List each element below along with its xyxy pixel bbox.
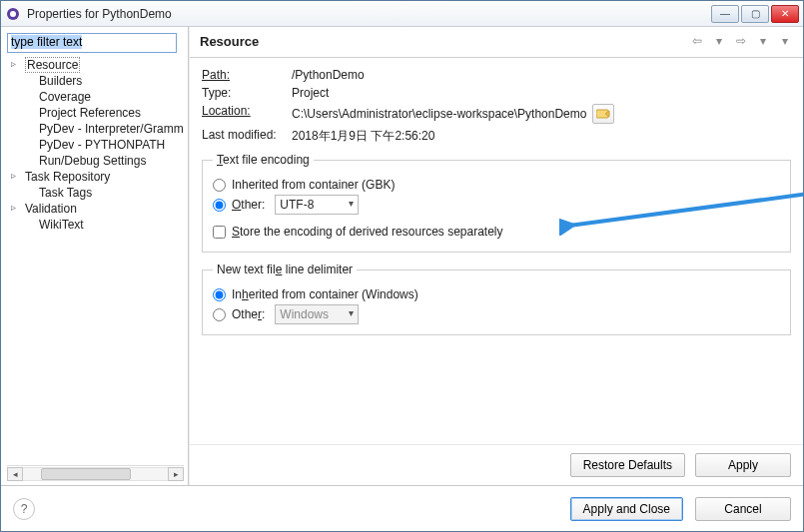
row-path: Path: /PythonDemo [202,68,791,82]
tree-item-builders[interactable]: Builders [7,73,184,89]
tree-item-run-debug[interactable]: Run/Debug Settings [7,153,184,169]
tree-item-task-repository[interactable]: Task Repository [7,169,184,185]
window-title: Properties for PythonDemo [27,7,172,21]
encoding-group: Text file encoding Inherited from contai… [202,153,791,253]
scroll-thumb[interactable] [41,468,131,480]
nav-tree: Resource Builders Coverage Project Refer… [7,57,184,465]
encoding-other-radio[interactable]: Other: [213,198,265,212]
encoding-inherited-label: Inherited from container (GBK) [232,178,395,192]
row-location: Location: C:\Users\Administrator\eclipse… [202,104,791,124]
tree-item-task-tags[interactable]: Task Tags [7,185,184,201]
delimiter-other-radio[interactable]: Other: [213,307,265,321]
tree-item-pydev-pythonpath[interactable]: PyDev - PYTHONPATH [7,137,184,153]
delimiter-inherited-input[interactable] [213,288,226,301]
filter-input[interactable]: type filter text [7,33,177,53]
tree-item-coverage[interactable]: Coverage [7,89,184,105]
tree-item-pydev-interpreter[interactable]: PyDev - Interpreter/Grammar [7,121,184,137]
tree-item-validation[interactable]: Validation [7,201,184,217]
maximize-button[interactable]: ▢ [741,5,769,23]
forward-menu-icon[interactable]: ▾ [755,33,771,49]
delimiter-other-label: Other: [232,307,265,321]
tree-item-wikitext[interactable]: WikiText [7,217,184,233]
cancel-button[interactable]: Cancel [695,497,791,521]
encoding-inherited-radio[interactable]: Inherited from container (GBK) [213,178,780,192]
sidebar: type filter text Resource Builders Cover… [1,27,189,485]
help-button[interactable]: ? [13,498,35,520]
row-type: Type: Project [202,86,791,100]
encoding-store-check[interactable]: Store the encoding of derived resources … [213,225,780,239]
tree-item-resource[interactable]: Resource [7,57,184,73]
modified-label: Last modified: [202,128,277,142]
content-buttons: Restore Defaults Apply [190,444,803,485]
header-toolbar: ⇦ ▾ ⇨ ▾ ▾ [689,33,793,49]
delimiter-inherited-label: Inherited from container (Windows) [232,287,418,301]
page-title: Resource [200,34,259,49]
scroll-right-icon[interactable]: ▸ [168,467,184,481]
encoding-store-input[interactable] [213,226,226,239]
delimiter-combo: Windows [275,304,359,324]
forward-icon[interactable]: ⇨ [733,33,749,49]
modified-value: 2018年1月9日 下午2:56:20 [292,128,434,145]
location-label: Location: [202,104,251,118]
encoding-combo[interactable]: UTF-8 [275,195,359,215]
restore-defaults-button[interactable]: Restore Defaults [570,453,685,477]
type-label: Type: [202,86,231,100]
app-icon [5,6,21,22]
encoding-legend: Text file encoding [213,153,314,167]
apply-and-close-button[interactable]: Apply and Close [570,497,683,521]
delimiter-legend: New text file line delimiter [213,263,357,276]
sidebar-hscroll[interactable]: ◂ ▸ [7,465,184,481]
scroll-track[interactable] [23,467,168,481]
title-bar: Properties for PythonDemo — ▢ ✕ [1,1,803,27]
path-label: Path: [202,68,230,82]
dialog-footer: ? Apply and Close Cancel [1,485,803,531]
svg-point-1 [10,11,16,17]
window-buttons: — ▢ ✕ [711,5,799,23]
delimiter-other-input[interactable] [213,308,226,321]
back-menu-icon[interactable]: ▾ [711,33,727,49]
content-pane: Resource ⇦ ▾ ⇨ ▾ ▾ Path: /PythonDemo Typ… [189,27,803,485]
tree-item-project-references[interactable]: Project References [7,105,184,121]
type-value: Project [292,86,329,100]
location-value: C:\Users\Administrator\eclipse-workspace… [292,107,586,121]
close-button[interactable]: ✕ [771,5,799,23]
delimiter-group: New text file line delimiter Inherited f… [202,263,791,335]
encoding-other-label: Other: [232,198,265,212]
view-menu-icon[interactable]: ▾ [777,33,793,49]
encoding-inherited-input[interactable] [213,179,226,192]
content-header: Resource ⇦ ▾ ⇨ ▾ ▾ [190,27,803,58]
open-location-button[interactable] [592,104,614,124]
encoding-other-input[interactable] [213,199,226,212]
delimiter-inherited-radio[interactable]: Inherited from container (Windows) [213,287,780,301]
content-body: Path: /PythonDemo Type: Project Location… [190,58,803,444]
row-modified: Last modified: 2018年1月9日 下午2:56:20 [202,128,791,145]
path-value: /PythonDemo [292,68,365,82]
back-icon[interactable]: ⇦ [689,33,705,49]
encoding-store-label: Store the encoding of derived resources … [232,225,503,239]
apply-button[interactable]: Apply [695,453,791,477]
minimize-button[interactable]: — [711,5,739,23]
scroll-left-icon[interactable]: ◂ [7,467,23,481]
